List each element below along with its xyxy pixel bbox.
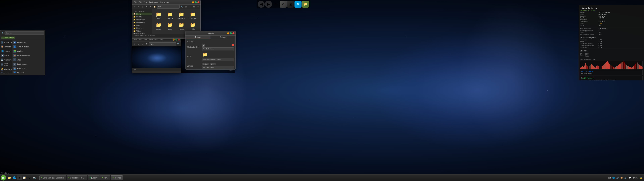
taskbar-browser-icon[interactable]: 🌐 [12,176,17,180]
tab-themes[interactable]: Themes [186,36,210,39]
file-documents[interactable]: 📁 Documents [176,10,186,20]
window-borders-left-arrow[interactable]: ◀ [202,44,204,46]
fm2-menu-view[interactable]: View [142,38,148,40]
app-archive-manager[interactable]: 📦 Archive Manager [12,53,45,58]
themes-close-button[interactable] [232,32,234,34]
taskbar-window-collectibles[interactable]: Collectibles - Gai... [66,176,88,180]
app-applets[interactable]: 🧩 Applets [12,49,45,53]
dock-terminal-icon[interactable]: ▣ [287,1,294,8]
sidebar-filesystem[interactable]: 💾 File System [132,32,152,34]
dock-nemo-icon[interactable]: 🗂 [272,1,280,8]
taskbar-text-editor-icon[interactable]: 📝 [22,176,27,180]
maximize-button[interactable] [195,1,197,3]
nav-back-button[interactable]: ◀ [133,5,136,9]
dock-back-icon[interactable]: ◀ [258,1,265,8]
themes-maximize-button[interactable] [230,32,232,34]
app-backup-tool[interactable]: 💾 Backup Tool [12,66,45,71]
sidebar-documents[interactable]: 📁 Documents [132,21,152,24]
fm2-minimize-button[interactable] [172,38,174,40]
sidebar-home[interactable]: 🏠 Home [132,12,152,16]
app-account-details[interactable]: 👤 Account details [12,44,45,49]
fm2-back-button[interactable]: ◀ [133,42,136,46]
sidebar-pictures[interactable]: 📁 Pictures [132,27,152,30]
tab-all-applications[interactable]: All Applications [1,36,15,39]
nav-stop-button[interactable]: ✕ [149,5,152,9]
category-sound-video[interactable]: 🔊 Sound & Video [0,62,12,67]
taskbar-screenshot-icon[interactable]: 📷 [32,176,37,180]
fm2-maximize-button[interactable] [175,38,177,40]
address-bar[interactable]: auth [157,5,180,8]
fm2-menu-bookmarks[interactable]: Bookmarks [148,38,159,40]
sidebar-music[interactable]: 📁 Music [132,24,152,27]
taskbar-terminal-icon[interactable]: ▣ [17,176,22,180]
tray-lock-icon[interactable]: 🔒 [639,176,643,180]
menu-help[interactable]: Help [159,1,164,3]
taskbar-clock[interactable]: 14:35 [632,177,639,179]
file-videos[interactable]: 📁 Videos [165,32,175,34]
category-programming[interactable]: 💻 Programming [0,58,12,62]
category-accessories[interactable]: 🔧 Accessories [0,40,12,44]
file-data[interactable]: 📁 DATA [154,10,164,20]
taskbar-window-mint[interactable]: Linux Mint 18.1 Cinnamon [40,176,66,180]
taskbar-files-icon[interactable]: 📁 [7,176,12,180]
nav-forward-button[interactable]: ▶ [137,5,140,9]
window-borders-close[interactable] [232,44,234,46]
dock-forward-icon[interactable]: ▶ [265,1,272,8]
more-button[interactable]: ⋯ [196,5,200,9]
app-accessibility[interactable]: ♿ Accessibility [12,40,45,44]
fm2-up-button[interactable]: ↑ [141,42,144,46]
fm2-close-button[interactable] [178,38,180,40]
file-desktop[interactable]: 📁 Desktop [165,10,175,20]
app-bluetooth[interactable]: 🔵 Bluetooth [12,71,45,74]
taskbar-window-spotify[interactable]: [Spotify] [88,176,100,180]
view-icons-button[interactable]: ⊞ [184,5,188,9]
dock-folder-icon[interactable]: 📁 [302,1,309,8]
file-downloads[interactable]: 📁 Downloads [188,10,198,20]
nav-home-button[interactable]: 🏠 [153,5,156,9]
file-dropbox[interactable]: 📁 Dropbox [154,21,164,31]
view-compact-button[interactable]: ⊟ [192,5,196,9]
tray-chat-icon[interactable]: 💬 [628,176,631,180]
fm2-reload-button[interactable]: ↻ [145,42,148,46]
category-administration[interactable]: 🔑 Administration [0,67,12,72]
fm2-search-button[interactable]: 🔍 [176,42,180,46]
tray-volume-icon[interactable]: 🔉 [624,176,627,180]
sidebar-videos[interactable]: 📁 Videos [132,30,152,32]
themes-minimize-button[interactable] [227,32,229,34]
menu-view[interactable]: View [142,1,148,3]
tab-settings[interactable]: Settings [210,36,236,39]
fm2-menu-help[interactable]: Help [159,38,164,40]
file-public[interactable]: 📁 Public [188,21,198,31]
category-office[interactable]: 📄 Office [0,53,12,58]
file-templates[interactable]: 📁 Templates [154,32,164,34]
controls-icon-1[interactable]: ▣ [210,63,213,65]
taskbar-window-themes[interactable]: Themes [111,176,123,180]
close-button[interactable] [198,1,200,3]
search-input[interactable] [4,31,44,35]
controls-preview-btn[interactable]: Button [202,63,209,65]
nav-reload-button[interactable]: ↻ [145,5,148,9]
menu-file[interactable]: File [133,1,138,3]
file-music[interactable]: 📁 Music [165,21,175,31]
minimize-button[interactable] [192,1,194,3]
mint-logo-button[interactable]: m [1,175,6,180]
dock-skype-icon[interactable]: S [294,1,302,8]
tray-sound-icon[interactable]: 🔊 [616,176,619,180]
fm2-menu-file[interactable]: File [133,38,138,40]
view-list-button[interactable]: ☰ [188,5,192,9]
app-backgrounds[interactable]: 🖼 Backgrounds [12,62,45,66]
controls-icon-2[interactable]: ✕ [213,63,216,65]
taskbar-window-home[interactable]: Home [100,176,110,180]
dock-settings-icon[interactable]: ⚙ [280,1,287,8]
search-toggle-button[interactable]: 🔍 [180,5,184,9]
fm2-address-bar[interactable]: Home [149,42,176,46]
menu-bookmarks[interactable]: Bookmarks [148,1,159,3]
category-preferences[interactable]: ⚙ Preferences [0,72,12,74]
fm2-forward-button[interactable]: ▶ [137,42,140,46]
file-pictures[interactable]: 📁 Pictures [176,21,186,31]
app-atom[interactable]: ⚛ Atom [12,58,45,62]
menu-edit[interactable]: Edit [138,1,142,3]
category-internet[interactable]: 🌐 Internet [0,49,12,53]
tray-dropbox-tray-icon[interactable]: 📦 [620,176,623,180]
tray-keyboard-icon[interactable]: ⌨ [608,176,611,180]
